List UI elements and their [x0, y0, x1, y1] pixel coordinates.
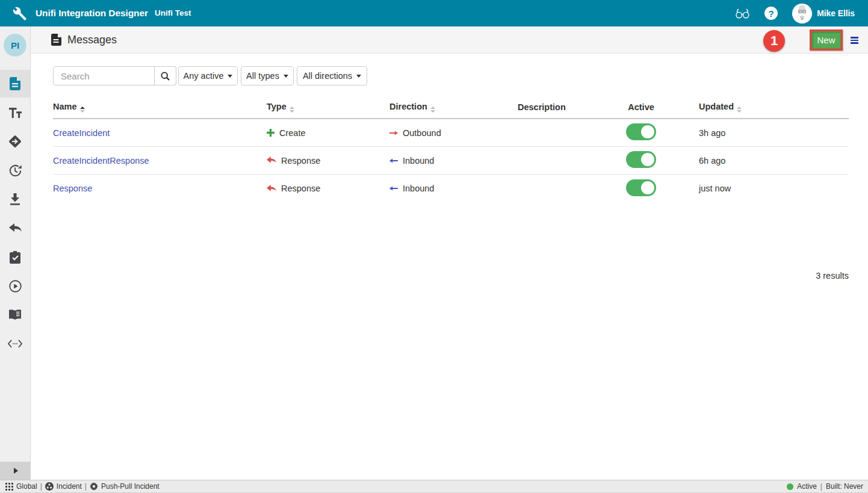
topbar: Unifi Integration Designer Unifi Test ? … — [0, 0, 868, 26]
updated-cell: 6h ago — [674, 156, 849, 166]
arrow-left-icon — [389, 185, 398, 191]
chevron-right-icon — [13, 468, 18, 474]
play-circle-icon — [9, 280, 22, 293]
history-icon — [9, 164, 22, 177]
status-state: Active | Built: Never — [787, 480, 863, 492]
caret-down-icon — [284, 75, 288, 78]
plus-icon — [267, 129, 274, 137]
messages-table: Name Type Direction Description Active U… — [53, 96, 849, 202]
arrow-left-icon — [389, 158, 398, 164]
status-active-label: Active — [797, 482, 817, 491]
status-scope[interactable]: Global — [16, 482, 37, 491]
search-button[interactable] — [155, 66, 176, 85]
sidebar-item-runs[interactable] — [0, 272, 30, 300]
annotation-highlight-box: New — [810, 29, 843, 51]
status-bar: Global | Incident | Push-Pull Incident A… — [0, 480, 868, 493]
text-fields-icon — [9, 108, 22, 118]
search-input[interactable] — [53, 66, 155, 85]
sidebar-item-documentation[interactable] — [0, 301, 30, 329]
arrow-right-icon — [389, 130, 398, 136]
document-icon — [10, 77, 21, 90]
status-process[interactable]: Incident — [57, 482, 82, 491]
column-header-direction[interactable]: Direction — [389, 102, 518, 113]
table-header-row: Name Type Direction Description Active U… — [53, 96, 849, 119]
reply-icon — [267, 157, 276, 164]
sidebar-nav — [0, 70, 30, 359]
messages-page-icon — [51, 34, 61, 46]
caret-down-icon — [356, 75, 361, 78]
sidebar: PI — [0, 26, 31, 480]
workspace-name[interactable]: Unifi Test — [155, 0, 191, 26]
user-avatar[interactable] — [792, 4, 812, 23]
new-button[interactable]: New — [811, 31, 841, 49]
active-toggle[interactable] — [626, 179, 656, 196]
sidebar-expand-button[interactable] — [0, 462, 31, 480]
filter-bar: Any active All types All directions — [53, 66, 367, 85]
table-row: CreateIncidentResponse Response Inbound … — [53, 147, 849, 175]
column-header-type[interactable]: Type — [267, 102, 389, 113]
page-title: Messages — [67, 26, 117, 54]
results-count: 3 results — [816, 271, 849, 281]
sidebar-item-imports[interactable] — [0, 185, 30, 213]
status-built-label: Built: Never — [826, 482, 863, 491]
status-integration[interactable]: Push-Pull Incident — [101, 482, 160, 491]
table-row: CreateIncident Create Outbound 3h ago — [53, 119, 849, 147]
book-icon — [8, 309, 22, 320]
sidebar-item-responses[interactable] — [0, 214, 30, 242]
type-filter-dropdown[interactable]: All types — [241, 66, 294, 85]
caret-down-icon — [228, 75, 232, 78]
message-link[interactable]: Response — [53, 184, 92, 193]
table-row: Response Response Inbound just now — [53, 175, 849, 202]
grid-icon — [5, 483, 13, 491]
user-name[interactable]: Mike Ellis — [817, 8, 855, 18]
code-icon — [8, 340, 22, 348]
reply-icon — [267, 185, 276, 193]
status-breadcrumb: Global | Incident | Push-Pull Incident — [5, 480, 160, 492]
column-header-active: Active — [628, 102, 654, 112]
column-header-description: Description — [518, 102, 608, 112]
download-icon — [10, 193, 20, 205]
active-status-dot — [787, 483, 793, 490]
glasses-icon[interactable] — [736, 8, 749, 19]
column-header-name[interactable]: Name — [53, 102, 267, 113]
main-content: Any active All types All directions Name… — [31, 54, 868, 480]
reply-arrow-icon — [9, 223, 22, 234]
sidebar-item-fields[interactable] — [0, 99, 30, 126]
sidebar-item-messages[interactable] — [0, 70, 30, 98]
app-title: Unifi Integration Designer — [36, 0, 148, 26]
search-icon — [161, 72, 170, 81]
sidebar-item-field-maps[interactable] — [0, 128, 30, 155]
help-icon[interactable]: ? — [764, 7, 778, 20]
page-header: Messages 1 New — [31, 26, 868, 54]
gear-icon — [90, 482, 98, 491]
updated-cell: 3h ago — [674, 128, 849, 138]
active-filter-dropdown[interactable]: Any active — [178, 66, 238, 85]
active-toggle[interactable] — [626, 123, 656, 140]
process-icon — [45, 482, 54, 491]
menu-icon[interactable] — [851, 37, 858, 44]
active-toggle[interactable] — [626, 151, 656, 168]
clipboard-check-icon — [10, 251, 20, 264]
workspace-avatar[interactable]: PI — [4, 34, 26, 57]
sidebar-item-polls[interactable] — [0, 157, 30, 184]
column-header-updated[interactable]: Updated — [674, 102, 849, 113]
message-link[interactable]: CreateIncidentResponse — [53, 156, 149, 166]
sidebar-item-tests[interactable] — [0, 243, 30, 271]
updated-cell: just now — [674, 184, 849, 193]
annotation-step-badge: 1 — [763, 30, 785, 52]
sidebar-item-api[interactable] — [0, 330, 30, 358]
message-link[interactable]: CreateIncident — [53, 128, 110, 138]
wrench-logo-icon — [10, 5, 27, 22]
direction-filter-dropdown[interactable]: All directions — [297, 66, 367, 85]
diamond-arrow-icon — [8, 135, 22, 148]
topbar-actions: ? Mike Ellis — [736, 0, 868, 26]
